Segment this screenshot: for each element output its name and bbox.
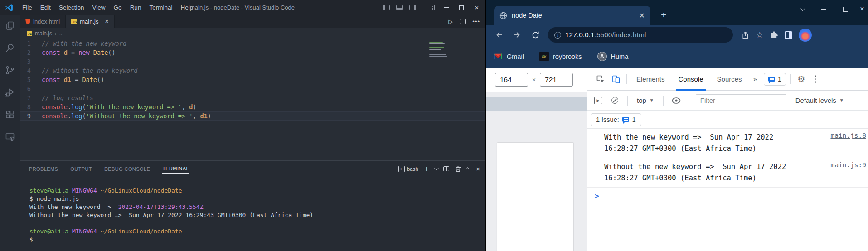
menu-help[interactable]: Help <box>176 0 197 15</box>
customize-layout-icon[interactable] <box>429 5 435 10</box>
bookmark-huma[interactable]: Huma <box>597 52 629 61</box>
terminal-line: Without the new keyword => Sun Apr 17 20… <box>29 211 485 219</box>
menu-terminal[interactable]: Terminal <box>145 0 176 15</box>
devtools-menu-icon[interactable] <box>809 75 822 83</box>
menu-selection[interactable]: Selection <box>55 0 88 15</box>
vscode-window: File Edit Selection View Go Run Terminal… <box>0 0 485 251</box>
tab-index-html[interactable]: index.html <box>20 15 66 28</box>
tab-close-icon[interactable]: × <box>105 18 108 25</box>
close-panel-icon[interactable]: × <box>476 165 480 173</box>
minimap[interactable] <box>429 42 447 57</box>
extensions-puzzle-icon[interactable] <box>770 31 778 39</box>
tab-terminal[interactable]: TERMINAL <box>162 164 189 174</box>
devtools-tab-elements[interactable]: Elements <box>630 68 672 91</box>
chevron-up-icon[interactable] <box>466 167 470 172</box>
trash-icon[interactable] <box>455 166 461 172</box>
tab-problems[interactable]: PROBLEMS <box>29 164 58 174</box>
code-line: 4// without the new keyword <box>20 66 485 75</box>
breadcrumb[interactable]: JS main.js › ... <box>20 28 485 39</box>
log-levels-selector[interactable]: Default levels▼ <box>793 97 847 104</box>
menu-view[interactable]: View <box>88 0 110 15</box>
page-viewport[interactable] <box>497 143 573 251</box>
browser-minimize-button[interactable] <box>813 0 834 18</box>
browser-maximize-button[interactable] <box>834 0 856 18</box>
tab-search-chevron-icon[interactable] <box>791 0 813 18</box>
devtools-tab-bar: Elements Console Sources » 1 ⚙ <box>587 68 868 91</box>
more-actions-icon[interactable]: ••• <box>472 18 480 25</box>
device-width-input[interactable] <box>495 73 528 87</box>
vscode-minimize-button[interactable] <box>438 0 454 15</box>
settings-gear-icon[interactable]: ⚙ <box>794 72 809 87</box>
toggle-secondary-sidebar-icon[interactable] <box>409 5 416 10</box>
devtools-tab-console[interactable]: Console <box>672 68 710 91</box>
tab-main-js[interactable]: JS main.js × <box>66 15 114 28</box>
issue-chip[interactable]: 1 Issue: 1 <box>591 113 641 126</box>
terminal-line: $ <box>29 236 485 244</box>
tab-debug-console[interactable]: DEBUG CONSOLE <box>104 164 150 174</box>
remote-explorer-icon[interactable] <box>5 131 15 142</box>
console-source-link[interactable]: main.js:9 <box>830 161 866 169</box>
run-file-icon[interactable]: ▷ <box>448 18 453 25</box>
split-terminal-icon[interactable] <box>443 166 449 171</box>
console-filter-input[interactable] <box>696 94 786 106</box>
new-terminal-icon[interactable]: + <box>424 165 428 173</box>
bookmark-star-icon[interactable]: ☆ <box>756 31 763 39</box>
clear-console-icon[interactable] <box>608 93 621 108</box>
search-icon[interactable] <box>5 43 15 53</box>
line-number: 7 <box>20 93 42 102</box>
address-bar[interactable]: i 127.0.0.1:5500/index.html <box>548 27 733 43</box>
menu-go[interactable]: Go <box>110 0 126 15</box>
menu-edit[interactable]: Edit <box>36 0 55 15</box>
tab-output[interactable]: OUTPUT <box>70 164 92 174</box>
vscode-close-button[interactable]: × <box>469 0 485 15</box>
divider <box>689 96 689 106</box>
shell-selector[interactable]: ▸ bash <box>398 166 418 172</box>
console-prompt-chevron[interactable]: > <box>587 188 868 200</box>
source-control-icon[interactable] <box>5 65 15 76</box>
bookmarks-bar: Gmail RB roybrooks Huma <box>486 45 868 68</box>
browser-close-button[interactable]: × <box>856 0 868 18</box>
bookmark-gmail[interactable]: Gmail <box>494 53 524 60</box>
run-debug-icon[interactable] <box>5 87 15 98</box>
toggle-sidebar-icon[interactable] <box>383 5 390 10</box>
issues-badge[interactable]: 1 <box>764 73 786 86</box>
split-editor-icon[interactable] <box>460 19 466 24</box>
chevron-down-icon[interactable] <box>434 166 439 170</box>
code-editor[interactable]: 1// with the new keyword2const d = new D… <box>20 39 485 160</box>
context-selector[interactable]: top▼ <box>634 97 657 104</box>
share-icon[interactable] <box>741 31 750 39</box>
new-tab-button[interactable]: + <box>661 10 666 19</box>
device-scroll-strip[interactable] <box>486 97 587 111</box>
browser-tab[interactable]: node Date ✕ <box>494 6 650 25</box>
console-message-row: Without the new keyword => Sun Apr 17 20… <box>587 158 868 188</box>
vscode-maximize-button[interactable] <box>454 0 469 15</box>
device-height-input[interactable] <box>540 73 573 87</box>
device-toolbar-icon[interactable] <box>608 72 624 87</box>
menu-file[interactable]: File <box>18 0 36 15</box>
site-info-icon[interactable]: i <box>554 32 561 39</box>
menu-run[interactable]: Run <box>126 0 145 15</box>
tab-close-icon[interactable]: ✕ <box>639 11 645 20</box>
more-tabs-icon[interactable]: » <box>749 75 762 84</box>
bookmark-roybrooks[interactable]: RB roybrooks <box>539 52 582 61</box>
breadcrumb-ellipsis: ... <box>59 30 64 37</box>
back-icon[interactable] <box>491 27 507 43</box>
profile-avatar[interactable] <box>799 29 812 42</box>
extensions-icon[interactable] <box>5 109 15 120</box>
refresh-icon[interactable] <box>527 27 543 43</box>
forward-icon[interactable] <box>509 27 525 43</box>
devtools-tab-sources[interactable]: Sources <box>710 68 749 91</box>
toggle-panel-icon[interactable] <box>396 5 403 10</box>
html-file-icon <box>25 19 30 24</box>
line-number: 5 <box>20 75 42 84</box>
explorer-icon[interactable] <box>5 20 15 31</box>
console-source-link[interactable]: main.js:8 <box>830 132 866 139</box>
inspect-element-icon[interactable] <box>593 72 608 87</box>
console-toolbar: ▶ top▼ Default levels▼ <box>587 91 868 111</box>
eye-icon[interactable] <box>670 93 683 108</box>
console-sidebar-icon[interactable]: ▶ <box>592 93 605 108</box>
issues-chat-icon <box>622 117 629 122</box>
sidebar-panel-icon[interactable] <box>785 31 792 39</box>
editor-tab-bar: index.html JS main.js × ▷ ••• <box>20 15 485 28</box>
terminal-output[interactable]: steve@alila MINGW64 ~/GoLinuxCloud/nodeD… <box>20 177 485 251</box>
